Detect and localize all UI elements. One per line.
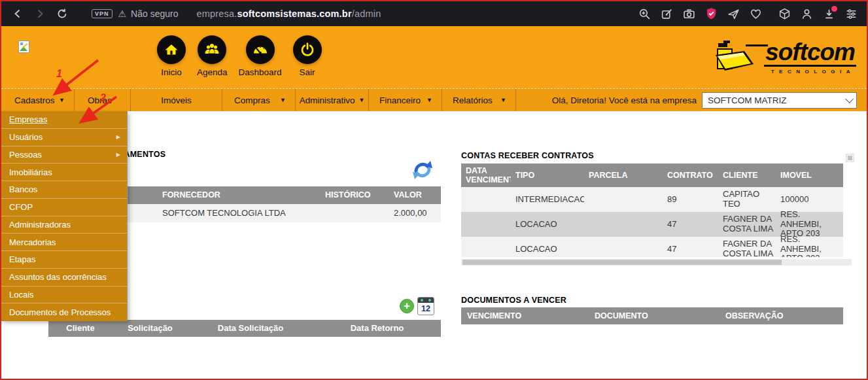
extensions-cube-icon[interactable] [778,8,791,20]
dropdown-item-documentos-processos[interactable]: Documentos de Processos [1,303,127,321]
menu-compras[interactable]: Compras ▼ [222,89,296,111]
menu-imoveis[interactable]: Imóveis [131,89,222,111]
table-cell: 100000 [776,187,843,212]
nav-label: Agenda [197,67,228,77]
url-path: /admin [352,9,381,19]
table-cell: 47 [658,237,718,257]
column-header: CLIENTE [718,164,776,187]
column-header: VALOR [389,186,441,204]
submenu-arrow-icon: ▶ [116,134,120,140]
edit-pin-icon[interactable] [661,8,673,20]
menu-sliders-icon[interactable] [845,8,858,20]
submenu-arrow-icon: ▶ [116,152,120,158]
logo-wordmark: softcom [764,40,856,67]
dropdown-item-empresas[interactable]: Empresas [1,111,127,129]
column-header: Solicitação [113,320,188,337]
table-cell: FAGNER DA COSTA LIMA [718,212,776,237]
url-domain: softcomsistemas.com.br [237,9,352,19]
column-header: OBSERVAÇÃO [720,307,843,324]
vpn-badge[interactable]: VPN [92,9,113,18]
dropdown-label: Etapas [9,254,35,264]
menu-label: Imóveis [161,95,192,105]
dropdown-label: Imobiliárias [9,167,52,177]
screenshot-camera-icon[interactable] [683,8,695,20]
greeting-text: Olá, Diretoria! Você está na empresa [552,95,697,105]
dropdown-item-locais[interactable]: Locais [1,286,127,304]
menu-relatorios[interactable]: Relatórios ▼ [442,89,516,111]
dropdown-item-imobiliarias[interactable]: Imobiliárias [1,164,127,181]
dropdown-item-bancos[interactable]: Bancos [1,181,127,199]
downloads-icon[interactable] [823,8,835,20]
nav-dashboard-button[interactable]: Dashboard [239,35,282,77]
column-header: Cliente [48,320,113,337]
menu-administrativo[interactable]: Administrativo ▼ [296,89,369,111]
calendar-icon[interactable]: 12 [417,297,434,315]
zoom-search-icon[interactable] [638,8,651,20]
download-badge [831,6,837,12]
account-person-icon[interactable] [801,8,813,20]
table-cell: 47 [658,212,718,237]
add-button[interactable]: + [400,299,414,313]
shield-check-icon[interactable] [705,8,718,20]
dropdown-item-etapas[interactable]: Etapas [1,251,127,269]
security-warning-label[interactable]: Não seguro [131,9,178,19]
menu-financeiro[interactable]: Financeiro ▼ [369,89,442,111]
panel-scrollbar[interactable] [846,154,854,162]
app-window: VPN ⚠ Não seguro empresa.softcomsistemas… [0,0,868,380]
forward-button[interactable] [29,5,51,23]
dropdown-label: Empresas [9,114,48,124]
table-cell [584,187,658,212]
table-cell [584,212,658,237]
refresh-icon[interactable] [411,158,434,182]
column-header: VENCIMENTO [461,307,589,324]
table-cell [461,187,511,212]
menu-label: Obras [88,95,112,105]
gauge-icon [246,35,275,64]
dropdown-item-usuarios[interactable]: Usuários▶ [1,129,127,147]
dropdown-item-cfop[interactable]: CFOP [1,199,127,216]
table-cell [584,237,658,257]
nav-inicio-button[interactable]: Inicio [157,35,186,77]
table-cell [461,237,511,257]
nav-sair-button[interactable]: Sair [293,35,322,77]
reload-button[interactable] [51,5,73,23]
dropdown-label: Documentos de Processos [9,307,111,317]
address-bar[interactable]: empresa.softcomsistemas.com.br/admin [196,9,381,19]
dropdown-item-pessoas[interactable]: Pessoas▶ [1,147,127,164]
table-cell: 2.000,00 [389,204,441,222]
menu-label: Compras [234,95,270,105]
column-header: FORNECEDOR [157,186,320,204]
dropdown-label: Administradoras [9,220,71,230]
dropdown-label: CFOP [9,202,33,212]
dropdown-item-administradoras[interactable]: Administradoras [1,216,127,234]
menu-label: Financeiro [379,95,421,105]
dropdown-label: Mercadorias [9,237,56,247]
column-header: DOCUMENTO [589,307,720,324]
nav-agenda-button[interactable]: Agenda [197,35,228,77]
warning-icon: ⚠ [118,9,127,19]
chevron-down-icon: ▼ [426,97,432,103]
contratos-title: CONTAS RECEBER CONTRATOS [461,151,594,160]
column-header: DATA VENCIMENTO [461,164,511,187]
company-select-value: SOFTCOM MATRIZ [708,95,787,105]
favorites-heart-icon[interactable] [750,8,762,20]
documentos-table: VENCIMENTO DOCUMENTO OBSERVAÇÃO [461,307,843,324]
back-button[interactable] [7,5,29,23]
dropdown-item-assuntos[interactable]: Assuntos das ocorrências [1,269,127,286]
send-icon[interactable] [727,8,740,20]
table-cell: FAGNER DA COSTA LIMA [718,237,776,257]
company-select[interactable]: SOFTCOM MATRIZ [702,92,857,109]
horizontal-scrollbar[interactable] [461,259,852,266]
scrollbar-thumb[interactable] [462,260,782,265]
menu-obras[interactable]: Obras [75,89,131,111]
dropdown-item-mercadorias[interactable]: Mercadorias [1,233,127,251]
dropdown-label: Usuários [9,132,43,142]
column-header: HISTÓRICO [320,186,389,204]
menu-cadastros[interactable]: Cadastros ▼ [1,89,75,111]
browser-toolbar: VPN ⚠ Não seguro empresa.softcomsistemas… [1,1,867,26]
table-cell: CAPITAO TEO [718,187,776,212]
nav-label: Inicio [161,67,182,77]
broken-image-icon [18,41,29,53]
table-cell [320,204,389,222]
nav-label: Dashboard [239,67,282,77]
